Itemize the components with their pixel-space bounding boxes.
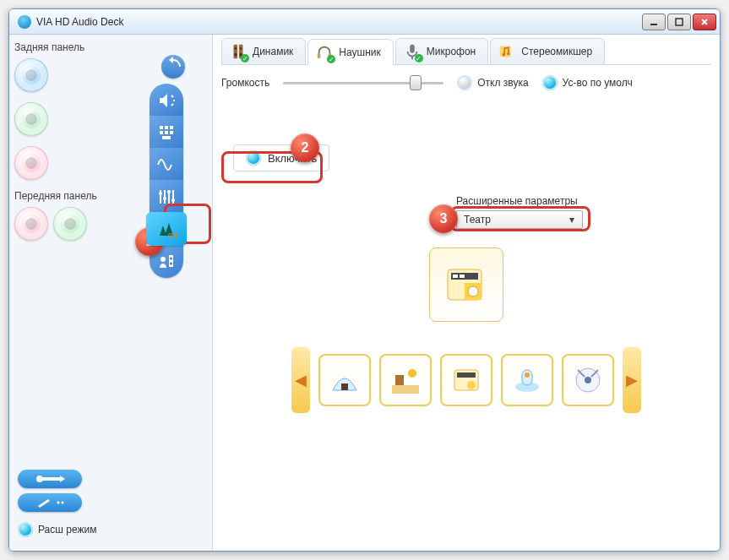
enable-toggle[interactable]: Включить [233, 144, 329, 171]
mode-label: Расш режим [38, 524, 96, 536]
rear-jack-pink[interactable] [14, 146, 48, 180]
app-icon [18, 15, 31, 29]
volume-row: Громкость Откл звука Ус-во по умолч [221, 75, 711, 90]
svg-rect-39 [410, 45, 415, 53]
svg-point-42 [503, 53, 506, 57]
svg-point-25 [170, 263, 172, 265]
mute-label: Откл звука [477, 77, 528, 89]
undo-button[interactable] [161, 55, 185, 79]
svg-rect-23 [169, 255, 173, 267]
svg-rect-55 [457, 372, 476, 378]
minimize-button[interactable] [642, 14, 666, 30]
svg-point-17 [167, 190, 171, 193]
svg-rect-7 [160, 131, 163, 134]
settings-pill-button[interactable] [18, 493, 82, 512]
close-button[interactable] [693, 14, 716, 30]
svg-rect-27 [43, 477, 60, 481]
room-correction-tool-button[interactable] [150, 244, 183, 278]
carousel-item[interactable] [440, 354, 492, 406]
svg-rect-31 [234, 45, 238, 59]
headphone-icon: ✓ [315, 43, 334, 62]
svg-rect-6 [170, 126, 173, 129]
mode-radio-icon [18, 522, 33, 537]
svg-point-49 [468, 286, 478, 296]
mute-toggle[interactable]: Откл звука [457, 75, 528, 90]
volume-tool-button[interactable] [150, 84, 183, 117]
preset-carousel: ◀ ▶ [221, 347, 711, 413]
bottom-controls: Расш режим [18, 470, 96, 537]
check-icon: ✓ [241, 54, 249, 63]
check-icon: ✓ [415, 54, 423, 63]
carousel-item[interactable] [318, 354, 371, 406]
svg-line-3 [702, 19, 707, 24]
tab-label: Наушник [339, 46, 380, 58]
window-controls [642, 14, 716, 30]
front-jack-green[interactable] [53, 207, 87, 241]
carousel-next-button[interactable]: ▶ [623, 347, 641, 413]
rear-jack-green[interactable] [14, 102, 48, 136]
svg-rect-4 [160, 126, 163, 129]
svg-point-56 [467, 381, 476, 389]
carousel-prev-button[interactable]: ◀ [291, 347, 310, 413]
window-title: VIA HD Audio Deck [36, 16, 642, 28]
svg-line-2 [702, 19, 707, 24]
rear-jack-blue[interactable] [14, 58, 48, 92]
preset-select[interactable]: Театр ▾ [456, 210, 583, 229]
svg-point-35 [240, 47, 242, 50]
microphone-icon: ✓ [403, 42, 422, 61]
environment-tool-button[interactable]: ON [146, 212, 187, 246]
svg-rect-8 [165, 131, 168, 134]
svg-rect-37 [318, 53, 321, 58]
maximize-button[interactable] [667, 14, 691, 30]
tab-label: Стереомикшер [521, 46, 592, 57]
equalizer-tool-button[interactable] [150, 180, 183, 214]
preset-preview [429, 247, 503, 322]
tab-stereomix[interactable]: Стереомикшер [490, 38, 605, 64]
app-window: VIA HD Audio Deck Задняя панель Передняя… [8, 8, 721, 552]
carousel-item[interactable] [562, 354, 614, 406]
svg-text:ON: ON [168, 232, 177, 238]
mode-toggle[interactable]: Расш режим [18, 522, 96, 537]
svg-point-32 [234, 47, 237, 50]
default-device-label: Ус-во по умолч [563, 77, 633, 89]
carousel-item[interactable] [501, 354, 553, 406]
volume-slider[interactable] [283, 75, 443, 90]
svg-rect-10 [162, 136, 171, 139]
enable-label: Включить [268, 152, 317, 165]
svg-rect-9 [170, 131, 173, 134]
check-icon: ✓ [327, 55, 335, 63]
enable-radio-icon [246, 150, 261, 166]
svg-point-33 [234, 53, 237, 57]
svg-point-26 [36, 476, 43, 482]
svg-point-30 [62, 502, 64, 504]
speaker-config-tool-button[interactable] [150, 116, 183, 150]
svg-rect-50 [341, 383, 348, 390]
carousel-item[interactable] [379, 354, 432, 406]
svg-rect-52 [395, 375, 404, 385]
volume-label: Громкость [221, 77, 269, 89]
waveform-tool-button[interactable] [150, 148, 183, 182]
tab-microphone[interactable]: ✓ Микрофон [395, 38, 488, 64]
content-body: Задняя панель Передняя панель [9, 35, 720, 551]
svg-rect-5 [165, 126, 168, 129]
tool-column: ON [148, 55, 185, 546]
tab-headphone[interactable]: ✓ Наушник [307, 39, 393, 65]
default-device-toggle[interactable]: Ус-во по умолч [542, 75, 633, 90]
svg-point-16 [163, 197, 166, 200]
svg-point-24 [170, 258, 172, 260]
mute-radio-icon [457, 75, 472, 90]
stereomix-icon [498, 42, 516, 61]
default-radio-icon [542, 75, 558, 90]
connector-detect-button[interactable] [18, 470, 82, 488]
front-panel-label: Передняя панель [14, 190, 119, 202]
left-sidebar: Задняя панель Передняя панель [9, 35, 212, 551]
front-jack-pink[interactable] [14, 207, 48, 241]
svg-marker-28 [60, 476, 65, 482]
slider-thumb[interactable] [410, 75, 422, 90]
svg-point-53 [408, 369, 416, 378]
svg-rect-47 [460, 275, 465, 278]
main-panel: ✓ Динамик ✓ Наушник ✓ Микрофо [212, 35, 720, 551]
tab-speaker[interactable]: ✓ Динамик [221, 38, 306, 64]
svg-point-59 [525, 372, 530, 378]
svg-point-29 [57, 502, 60, 504]
